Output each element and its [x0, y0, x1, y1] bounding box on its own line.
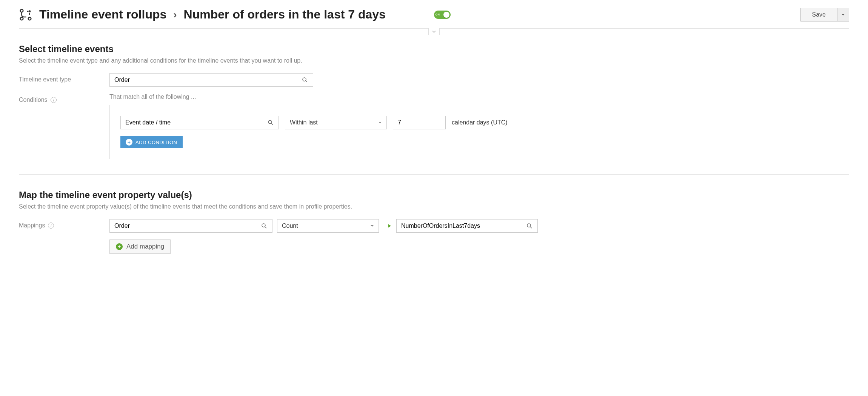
condition-unit: calendar days (UTC): [452, 119, 508, 126]
svg-point-6: [262, 224, 265, 227]
add-condition-button[interactable]: + ADD CONDITION: [120, 136, 183, 148]
row-mappings: Mappings i Count: [19, 219, 849, 254]
arrow-right-icon: [383, 222, 392, 230]
breadcrumb-parent[interactable]: Timeline event rollups: [39, 8, 166, 21]
mapping-source-input[interactable]: [109, 219, 272, 233]
add-mapping-label: Add mapping: [126, 243, 164, 250]
event-type-input[interactable]: [109, 73, 313, 87]
search-icon: [526, 223, 533, 229]
info-icon[interactable]: i: [48, 223, 54, 229]
add-condition-label: ADD CONDITION: [135, 140, 177, 145]
mapping-target-field[interactable]: [401, 223, 524, 229]
condition-field-input[interactable]: [120, 116, 279, 129]
enabled-toggle[interactable]: ON: [434, 11, 451, 19]
section-select-desc: Select the timeline event type and any a…: [19, 57, 849, 64]
conditions-hint: That match all of the following ...: [109, 94, 849, 100]
condition-field[interactable]: [125, 119, 265, 126]
info-icon[interactable]: i: [51, 97, 57, 103]
toggle-on-label: ON: [436, 13, 440, 16]
collapse-tab[interactable]: [428, 28, 440, 35]
section-map-desc: Select the timeline event property value…: [19, 203, 849, 210]
label-conditions: Conditions i: [19, 94, 109, 103]
svg-point-1: [20, 17, 23, 20]
row-event-type: Timeline event type: [19, 73, 849, 87]
label-mappings-text: Mappings: [19, 222, 45, 229]
svg-point-3: [29, 11, 30, 12]
page-header: Timeline event rollups › Number of order…: [19, 8, 849, 29]
plus-circle-icon: +: [116, 243, 123, 250]
conditions-container: Within last calendar days (UTC) + ADD CO…: [109, 105, 849, 159]
caret-down-icon: [370, 224, 374, 228]
search-icon: [302, 77, 308, 83]
section-select-events: Select timeline events Select the timeli…: [19, 29, 849, 159]
chevron-down-icon: [432, 29, 436, 34]
label-event-type: Timeline event type: [19, 73, 109, 83]
plus-circle-icon: +: [126, 139, 132, 146]
save-button[interactable]: Save: [800, 8, 837, 21]
label-conditions-text: Conditions: [19, 97, 48, 103]
svg-point-4: [303, 78, 306, 81]
search-icon: [267, 119, 274, 126]
mapping-source-field[interactable]: [114, 223, 259, 229]
toggle-knob: [443, 12, 449, 18]
mapping-aggregate-select[interactable]: Count: [277, 219, 379, 233]
caret-down-icon: [378, 121, 382, 124]
page-title: Number of orders in the last 7 days: [184, 8, 386, 21]
condition-operator-select[interactable]: Within last: [285, 116, 387, 129]
svg-point-2: [28, 17, 31, 20]
mapping-aggregate-value: Count: [282, 223, 368, 229]
section-select-title: Select timeline events: [19, 44, 849, 54]
condition-row: Within last calendar days (UTC): [120, 116, 838, 129]
mapping-row: Count: [109, 219, 849, 233]
search-icon: [261, 223, 268, 229]
condition-operator-value: Within last: [290, 119, 376, 126]
event-type-field[interactable]: [114, 77, 299, 83]
row-conditions: Conditions i That match all of the follo…: [19, 94, 849, 159]
save-dropdown-button[interactable]: [837, 8, 849, 21]
mapping-target-input[interactable]: [396, 219, 538, 233]
svg-point-5: [268, 120, 272, 124]
rollup-icon: [19, 8, 32, 21]
condition-value-input[interactable]: [393, 116, 446, 129]
save-button-group: Save: [800, 8, 849, 21]
label-event-type-text: Timeline event type: [19, 76, 71, 83]
svg-point-0: [20, 9, 23, 12]
section-map-title: Map the timeline event property value(s): [19, 190, 849, 200]
section-map-values: Map the timeline event property value(s)…: [19, 174, 849, 254]
add-mapping-button[interactable]: + Add mapping: [109, 239, 171, 254]
label-mappings: Mappings i: [19, 219, 109, 229]
caret-down-icon: [841, 13, 845, 17]
svg-point-7: [527, 224, 531, 227]
chevron-right-icon: ›: [173, 9, 177, 21]
